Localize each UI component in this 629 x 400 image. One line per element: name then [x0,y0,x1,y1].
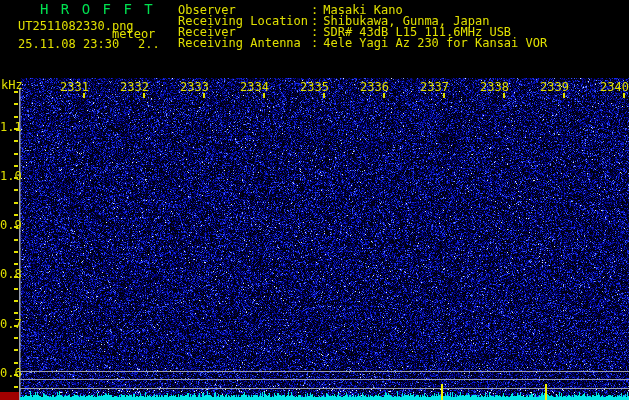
y-tick-label: 0.7 [0,319,18,330]
y-axis-unit-label: kHz [1,80,23,91]
x-tick-label: 2334 [239,82,269,93]
x-tick-label: 2332 [119,82,149,93]
x-tick-label: 2338 [479,82,509,93]
receiving-antenna-value: 4ele Yagi Az 230 for Kansai VOR [323,38,547,49]
spectrogram-canvas [0,0,629,400]
x-tick-label: 2340 [599,82,629,93]
y-tick-label: 0.9 [0,220,18,231]
y-tick-label: 0.6 [0,368,18,379]
counter-text: 2.. [138,39,160,50]
y-tick-label: 0.8 [0,269,18,280]
hrofft-screen: H R O F F T UT2511082330.png meteor 25.1… [0,0,629,400]
receiving-antenna-row: Receiving Antenna:4ele Yagi Az 230 for K… [178,38,547,49]
x-tick-label: 2331 [59,82,89,93]
x-tick-label: 2337 [419,82,449,93]
x-tick-label: 2333 [179,82,209,93]
separator: : [311,38,318,49]
y-tick-label: 1.0 [0,171,18,182]
app-title: H R O F F T [40,4,155,15]
observation-datetime: 25.11.08 23:30 [18,39,119,50]
x-tick-label: 2336 [359,82,389,93]
receiving-antenna-label: Receiving Antenna [178,38,311,49]
x-tick-label: 2335 [299,82,329,93]
y-tick-label: 1.1 [0,122,18,133]
x-tick-label: 2339 [539,82,569,93]
